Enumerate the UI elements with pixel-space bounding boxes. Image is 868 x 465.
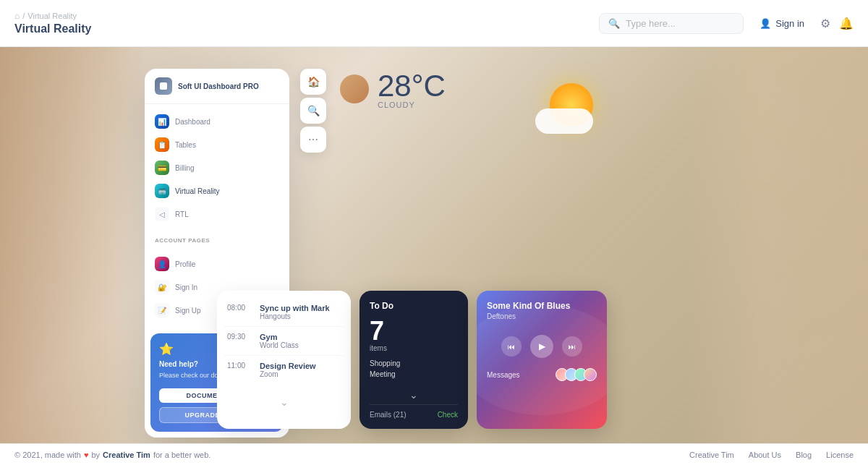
rtl-label: RTL: [175, 210, 189, 218]
avatar-3: [574, 368, 587, 381]
dash-nav-vr[interactable]: 🥽 Virtual Reality: [145, 179, 289, 202]
home-button[interactable]: 🏠: [300, 69, 326, 95]
breadcrumb: ⌂ / Virtual Reality: [14, 11, 91, 21]
messages-label: Messages: [487, 371, 520, 379]
avatar-1: [556, 368, 569, 381]
todo-emails-check[interactable]: Check: [438, 411, 458, 419]
dash-nav-dashboard[interactable]: 📊 Dashboard: [145, 110, 289, 133]
todo-chevron-icon: ⌄: [409, 389, 418, 401]
todo-expand[interactable]: ⌄: [370, 384, 458, 401]
vr-icon: 🥽: [155, 184, 169, 198]
schedule-expand[interactable]: ⌄: [217, 391, 351, 413]
billing-label: Billing: [175, 164, 195, 172]
schedule-time-2: 09:30: [227, 333, 252, 341]
notification-icon[interactable]: 🔔: [839, 17, 854, 30]
music-title: Some Kind Of Blues: [487, 301, 597, 311]
weather-avatar: [340, 74, 369, 103]
schedule-time-1: 08:00: [227, 304, 252, 312]
footer-about-us[interactable]: About Us: [749, 451, 781, 459]
billing-icon: 💳: [155, 161, 169, 175]
author-link[interactable]: Creative Tim: [103, 451, 150, 459]
schedule-title-3: Design Review: [260, 362, 341, 370]
search-icon: 🔍: [608, 18, 620, 29]
avatar-2: [565, 368, 578, 381]
home-icon: 🏠: [307, 76, 320, 88]
search-wrapper[interactable]: 🔍: [599, 13, 744, 34]
dash-nav-profile[interactable]: 👤 Profile: [145, 252, 289, 276]
content-cards: 08:00 Sync up with Mark Hangouts 09:30 G…: [217, 291, 781, 429]
dash-header: Soft UI Dashboard PRO: [145, 69, 289, 104]
weather-temperature: 28°C: [378, 69, 446, 103]
dash-logo: [155, 77, 172, 95]
breadcrumb-home-icon: ⌂: [14, 11, 20, 21]
weather-row: 28°C CLOUDY: [340, 69, 446, 109]
more-icon: ⋯: [308, 134, 318, 145]
footer-license[interactable]: License: [826, 451, 854, 459]
dash-nav-billing[interactable]: 💳 Billing: [145, 156, 289, 179]
profile-icon: 👤: [155, 257, 169, 271]
music-controls: ⏮ ▶ ⏭: [487, 335, 597, 358]
heart-icon: ♥: [84, 451, 89, 459]
todo-card: To Do 7 items Shopping Meeting ⌄ Emails …: [359, 291, 468, 429]
schedule-sub-3: Zoom: [260, 370, 341, 378]
footer-right: Creative Tim About Us Blog License: [689, 451, 854, 459]
schedule-item-1: 08:00 Sync up with Mark Hangouts: [224, 298, 344, 327]
todo-tags: Shopping Meeting: [370, 359, 458, 378]
todo-tag-1: Shopping: [370, 359, 458, 367]
todo-count: 7: [370, 318, 458, 344]
schedule-title-2: Gym: [260, 333, 341, 341]
search-button[interactable]: 🔍: [300, 98, 326, 124]
dash-nav-tables[interactable]: 📋 Tables: [145, 133, 289, 156]
footer: © 2021, made with ♥ by Creative Tim for …: [0, 443, 868, 465]
weather-widget: 28°C CLOUDY: [340, 69, 446, 109]
weather-sun: [535, 69, 608, 141]
profile-label: Profile: [175, 260, 195, 268]
hero-background: Soft UI Dashboard PRO 📊 Dashboard 📋 Tabl…: [0, 47, 868, 443]
music-artist: Deftones: [487, 312, 597, 320]
dashboard-icon: 📊: [155, 114, 169, 129]
vr-label: Virtual Reality: [175, 187, 220, 195]
search-input[interactable]: [626, 18, 734, 29]
signin-icon: 🔐: [155, 280, 169, 294]
dashboard-label: Dashboard: [175, 118, 210, 126]
prev-button[interactable]: ⏮: [501, 336, 522, 357]
schedule-title-1: Sync up with Mark: [260, 304, 341, 312]
settings-icon[interactable]: ⚙: [820, 17, 830, 30]
signin-button[interactable]: 👤 Sign in: [752, 14, 812, 33]
music-avatars: [556, 368, 597, 381]
todo-emails-label: Emails (21): [370, 411, 407, 419]
top-navigation: ⌂ / Virtual Reality Virtual Reality 🔍 👤 …: [0, 0, 868, 47]
footer-suffix: for a better web.: [153, 451, 211, 459]
dash-logo-title: Soft UI Dashboard PRO: [178, 82, 259, 90]
signup-icon: 📝: [155, 303, 169, 317]
todo-emails: Emails (21) Check: [370, 404, 458, 419]
signin-nav-label: Sign In: [175, 283, 197, 291]
rtl-icon: ◁: [155, 207, 169, 221]
avatar-4: [584, 368, 597, 381]
dash-nav-rtl[interactable]: ◁ RTL: [145, 202, 289, 226]
copyright-text: © 2021, made with: [14, 451, 81, 459]
music-card: Some Kind Of Blues Deftones ⏮ ▶ ⏭ Messag…: [477, 291, 607, 429]
music-messages: Messages: [487, 368, 597, 381]
todo-tag-2: Meeting: [370, 370, 458, 378]
schedule-sub-1: Hangouts: [260, 312, 341, 320]
signup-label: Sign Up: [175, 307, 201, 315]
more-button[interactable]: ⋯: [300, 127, 326, 153]
tables-label: Tables: [175, 141, 196, 149]
nav-right: 🔍 👤 Sign in ⚙ 🔔: [599, 13, 854, 34]
play-button[interactable]: ▶: [530, 335, 553, 358]
search-icon: 🔍: [307, 105, 320, 116]
footer-creative-tim[interactable]: Creative Tim: [689, 451, 734, 459]
breadcrumb-separator: /: [22, 12, 25, 20]
footer-by: by: [91, 451, 100, 459]
schedule-item-3: 11:00 Design Review Zoom: [224, 356, 344, 384]
dash-navigation: 📊 Dashboard 📋 Tables 💳 Billing 🥽 Virtual…: [145, 104, 289, 231]
schedule-card: 08:00 Sync up with Mark Hangouts 09:30 G…: [217, 291, 351, 429]
schedule-time-3: 11:00: [227, 362, 252, 370]
schedule-item-2: 09:30 Gym World Class: [224, 327, 344, 356]
cloud-shape: [535, 108, 593, 134]
next-button[interactable]: ⏭: [562, 336, 582, 357]
footer-left: © 2021, made with ♥ by Creative Tim for …: [14, 451, 210, 459]
schedule-list: 08:00 Sync up with Mark Hangouts 09:30 G…: [217, 291, 351, 391]
footer-blog[interactable]: Blog: [796, 451, 812, 459]
